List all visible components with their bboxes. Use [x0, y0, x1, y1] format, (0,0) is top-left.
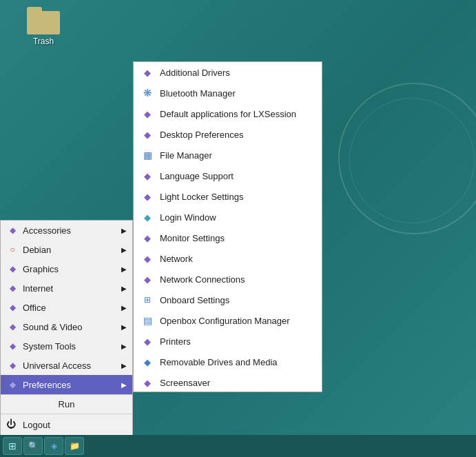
system-tools-arrow: ▶ — [121, 343, 127, 350]
network-icon: ◆ — [141, 252, 154, 265]
printers-icon: ◆ — [141, 334, 154, 348]
submenu-light-locker[interactable]: ◆ Light Locker Settings — [134, 186, 322, 207]
additional-drivers-label: Additional Drivers — [160, 68, 230, 78]
sidebar-item-graphics[interactable]: ◆ Graphics ▶ — [1, 259, 132, 278]
light-locker-label: Light Locker Settings — [160, 192, 243, 202]
logout-button[interactable]: ⏻ Logout — [1, 414, 132, 435]
taskbar-web-button[interactable]: ◈ — [44, 437, 63, 455]
run-label: Run — [59, 399, 75, 409]
sound-video-arrow: ▶ — [121, 323, 127, 331]
printers-label: Printers — [160, 336, 191, 347]
sound-video-label: Sound & Video — [23, 322, 121, 332]
screensaver-icon: ◆ — [141, 376, 154, 389]
submenu-desktop-preferences[interactable]: ◆ Desktop Preferences — [134, 124, 322, 145]
trash-label: Trash — [33, 37, 54, 46]
file-manager-icon: ▦ — [141, 148, 154, 162]
screensaver-label: Screensaver — [160, 378, 210, 388]
preferences-label: Preferences — [23, 380, 121, 390]
network-connections-label: Network Connections — [160, 274, 245, 285]
office-label: Office — [23, 303, 121, 313]
accessories-arrow: ▶ — [121, 227, 127, 234]
submenu-network[interactable]: ◆ Network — [134, 248, 322, 269]
taskbar-menu-icon: ⊞ — [8, 440, 17, 451]
taskbar-web-icon: ◈ — [51, 441, 57, 451]
sidebar-item-preferences[interactable]: ◆ Preferences ▶ — [1, 375, 132, 394]
removable-drives-label: Removable Drives and Media — [160, 357, 278, 367]
default-apps-label: Default applications for LXSession — [160, 109, 296, 119]
debian-arrow: ▶ — [121, 246, 127, 254]
file-manager-label: File Manager — [160, 150, 212, 161]
taskbar: ⊞ 🔍 ◈ 📁 — [0, 435, 476, 457]
submenu-printers[interactable]: ◆ Printers — [134, 331, 322, 352]
system-tools-icon: ◆ — [6, 340, 19, 352]
light-locker-icon: ◆ — [141, 190, 154, 203]
network-connections-icon: ◆ — [141, 272, 154, 286]
default-apps-icon: ◆ — [141, 107, 154, 121]
universal-access-icon: ◆ — [6, 359, 19, 372]
onboard-icon: ⊞ — [141, 293, 154, 307]
internet-label: Internet — [23, 283, 121, 294]
openbox-icon: ▤ — [141, 314, 154, 327]
login-window-label: Login Window — [160, 212, 216, 223]
office-arrow: ▶ — [121, 304, 127, 312]
login-window-icon: ◆ — [141, 210, 154, 224]
submenu-language-support[interactable]: ◆ Language Support — [134, 165, 322, 186]
desktop-prefs-label: Desktop Preferences — [160, 130, 243, 140]
taskbar-files-button[interactable]: 📁 — [65, 437, 84, 455]
monitor-icon: ◆ — [141, 231, 154, 245]
menu-container: ◆ Accessories ▶ ○ Debian ▶ ◆ Graphics ▶ … — [0, 220, 133, 435]
submenu-monitor-settings[interactable]: ◆ Monitor Settings — [134, 227, 322, 248]
sidebar-item-accessories[interactable]: ◆ Accessories ▶ — [1, 221, 132, 240]
internet-icon: ◆ — [6, 282, 19, 294]
submenu-openbox-config[interactable]: ▤ Openbox Configuration Manager — [134, 310, 322, 331]
accessories-icon: ◆ — [6, 224, 19, 236]
preferences-arrow: ▶ — [121, 381, 127, 389]
submenu-screensaver[interactable]: ◆ Screensaver — [134, 372, 322, 392]
system-tools-label: System Tools — [23, 341, 121, 352]
submenu-onboard-settings[interactable]: ⊞ Onboard Settings — [134, 290, 322, 310]
run-button[interactable]: Run — [1, 394, 132, 414]
logout-label: Logout — [23, 420, 50, 430]
sidebar-item-debian[interactable]: ○ Debian ▶ — [1, 240, 132, 259]
language-label: Language Support — [160, 171, 234, 181]
desktop: Trash ◆ Accessories ▶ ○ Debian ▶ ◆ Graph… — [0, 0, 476, 457]
submenu-bluetooth-manager[interactable]: ❋ Bluetooth Manager — [134, 83, 322, 103]
sidebar-item-office[interactable]: ◆ Office ▶ — [1, 298, 132, 317]
openbox-label: Openbox Configuration Manager — [160, 316, 290, 326]
universal-access-arrow: ▶ — [121, 362, 127, 369]
graphics-arrow: ▶ — [121, 265, 127, 273]
universal-access-label: Universal Access — [23, 360, 121, 371]
submenu-removable-drives[interactable]: ◆ Removable Drives and Media — [134, 352, 322, 372]
bluetooth-label: Bluetooth Manager — [160, 88, 236, 99]
preferences-submenu: ◆ Additional Drivers ❋ Bluetooth Manager… — [133, 61, 322, 392]
sidebar-item-sound-video[interactable]: ◆ Sound & Video ▶ — [1, 317, 132, 336]
taskbar-files-icon: 📁 — [70, 441, 80, 451]
submenu-login-window[interactable]: ◆ Login Window — [134, 207, 322, 227]
onboard-label: Onboard Settings — [160, 295, 229, 305]
taskbar-search-button[interactable]: 🔍 — [23, 437, 43, 455]
desktop-prefs-icon: ◆ — [141, 128, 154, 141]
sidebar-item-internet[interactable]: ◆ Internet ▶ — [1, 278, 132, 298]
removable-drives-icon: ◆ — [141, 355, 154, 369]
preferences-icon: ◆ — [6, 378, 19, 391]
submenu-default-applications[interactable]: ◆ Default applications for LXSession — [134, 103, 322, 124]
trash-icon[interactable]: Trash — [19, 7, 68, 46]
submenu-file-manager[interactable]: ▦ File Manager — [134, 145, 322, 165]
debian-label: Debian — [23, 245, 121, 255]
logout-icon: ⏻ — [6, 418, 19, 431]
accessories-label: Accessories — [23, 225, 121, 236]
graphics-label: Graphics — [23, 264, 121, 274]
debian-icon: ○ — [6, 243, 19, 256]
sound-video-icon: ◆ — [6, 321, 19, 333]
additional-drivers-icon: ◆ — [141, 65, 154, 79]
sidebar-item-universal-access[interactable]: ◆ Universal Access ▶ — [1, 356, 132, 375]
submenu-additional-drivers[interactable]: ◆ Additional Drivers — [134, 62, 322, 83]
desktop-decoration — [338, 83, 476, 234]
graphics-icon: ◆ — [6, 263, 19, 275]
network-label: Network — [160, 254, 193, 264]
submenu-network-connections[interactable]: ◆ Network Connections — [134, 269, 322, 290]
sidebar-menu: ◆ Accessories ▶ ○ Debian ▶ ◆ Graphics ▶ … — [0, 220, 133, 435]
taskbar-menu-button[interactable]: ⊞ — [3, 437, 22, 455]
sidebar-item-system-tools[interactable]: ◆ System Tools ▶ — [1, 336, 132, 356]
internet-arrow: ▶ — [121, 285, 127, 292]
